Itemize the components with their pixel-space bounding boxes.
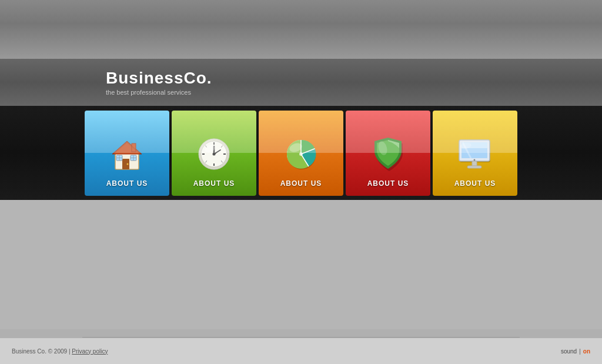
footer-right: sound | on <box>561 348 590 355</box>
tile-label-monitor: ABOUT US <box>454 179 496 188</box>
content-area <box>0 200 602 329</box>
svg-point-2 <box>127 163 129 165</box>
shield-icon <box>367 133 409 175</box>
sound-state[interactable]: on <box>583 348 590 355</box>
nav-band: ABOUT US <box>0 106 602 200</box>
svg-point-25 <box>213 152 216 155</box>
svg-rect-40 <box>472 161 477 166</box>
clock-icon <box>193 133 235 175</box>
pie-chart-icon <box>280 133 322 175</box>
footer-separator2: | <box>579 348 581 355</box>
privacy-link[interactable]: Privacy policy <box>72 348 108 355</box>
monitor-icon <box>454 133 496 175</box>
house-icon <box>106 133 148 175</box>
nav-tile-shield[interactable]: ABOUT US <box>346 111 430 196</box>
logo-area: BusinessCo. the best professional servic… <box>106 69 212 96</box>
tile-label-shield: ABOUT US <box>367 179 409 188</box>
footer-left: Business Co. © 2009 | Privacy policy <box>12 348 108 355</box>
top-bar <box>0 0 602 59</box>
tile-label-home: ABOUT US <box>106 179 148 188</box>
brand-title: BusinessCo. <box>106 69 212 88</box>
nav-tiles: ABOUT US <box>83 111 519 196</box>
header-band: BusinessCo. the best professional servic… <box>0 59 602 106</box>
nav-tile-home[interactable]: ABOUT US <box>85 111 169 196</box>
tile-label-pie: ABOUT US <box>280 179 322 188</box>
nav-tile-monitor[interactable]: ABOUT US <box>433 111 517 196</box>
svg-point-42 <box>474 159 476 161</box>
copyright-text: Business Co. © 2009 <box>12 348 67 355</box>
svg-marker-3 <box>112 141 142 154</box>
svg-rect-41 <box>467 166 481 168</box>
sound-label: sound <box>561 348 577 355</box>
brand-subtitle: the best professional services <box>106 89 212 96</box>
svg-point-32 <box>299 152 303 156</box>
footer: Business Co. © 2009 | Privacy policy sou… <box>0 338 602 364</box>
nav-tile-clock[interactable]: ABOUT US <box>172 111 256 196</box>
tile-label-clock: ABOUT US <box>193 179 235 188</box>
nav-tile-pie[interactable]: ABOUT US <box>259 111 343 196</box>
